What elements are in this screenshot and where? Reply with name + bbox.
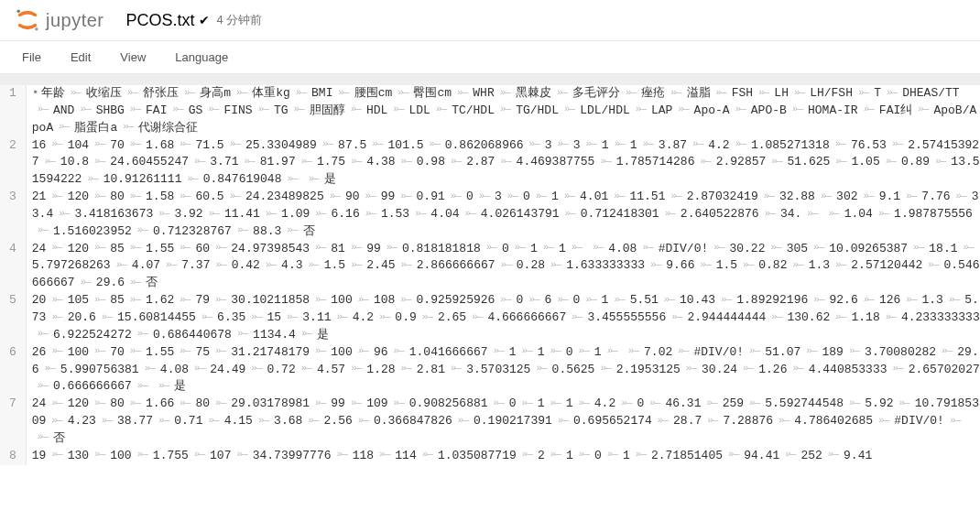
line-number: 7 — [9, 396, 16, 413]
line-number: 3 — [9, 189, 16, 206]
code-line[interactable]: 20»—105»—85»—1.62»—79»—30.10211858»—100»… — [32, 292, 980, 344]
line-number: 5 — [9, 292, 16, 309]
jupyter-logo-icon — [15, 7, 40, 33]
code-line[interactable]: 21»—120»—80»—1.58»—60.5»—24.23489825»—90… — [32, 189, 980, 241]
jupyter-logo[interactable]: jupyter — [15, 7, 104, 33]
code-line[interactable]: •年龄»—收缩压»—舒张压»—身高m»—体重kg»—BMI»—腰围cm»—臀围c… — [32, 85, 980, 137]
code-line[interactable]: 24»—120»—80»—1.66»—80»—29.03178981»—99»—… — [32, 396, 980, 448]
last-saved-timestamp: 4 分钟前 — [217, 12, 263, 28]
header: jupyter PCOS.txt ✔ 4 分钟前 — [0, 0, 980, 41]
menu-view[interactable]: View — [105, 45, 160, 70]
menu-file[interactable]: File — [7, 45, 56, 70]
filename[interactable]: PCOS.txt — [126, 11, 195, 30]
saved-checkmark-icon: ✔ — [199, 13, 210, 27]
line-number-gutter: 1 2 3 4 5 6 7 8 — [0, 85, 27, 465]
line-number: 2 — [9, 137, 16, 155]
code-line[interactable]: 16»—104»—70»—1.68»—71.5»—25.3304989»—87.… — [32, 137, 980, 190]
svg-point-1 — [35, 27, 38, 31]
svg-point-0 — [16, 9, 20, 13]
code-line[interactable]: 26»—100»—70»—1.55»—75»—31.21748179»—100»… — [32, 344, 980, 396]
code-line[interactable]: 24»—120»—85»—1.55»—60»—24.97398543»—81»—… — [32, 241, 980, 293]
line-number: 6 — [9, 344, 16, 362]
code-line[interactable]: 19»—130»—100»—1.755»—107»—34.73997776»—1… — [32, 448, 980, 465]
menu-language[interactable]: Language — [160, 45, 243, 70]
line-number: 4 — [9, 241, 16, 258]
toolbar-spacer — [0, 74, 980, 85]
menubar: File Edit View Language — [0, 41, 980, 74]
line-number: 8 — [9, 448, 16, 465]
jupyter-logo-text: jupyter — [46, 10, 104, 31]
text-editor[interactable]: 1 2 3 4 5 6 7 8 •年龄»—收缩压»—舒张压»—身高m»—体重kg… — [0, 85, 980, 465]
line-number: 1 — [9, 85, 16, 103]
code-content[interactable]: •年龄»—收缩压»—舒张压»—身高m»—体重kg»—BMI»—腰围cm»—臀围c… — [27, 85, 980, 465]
menu-edit[interactable]: Edit — [56, 45, 105, 70]
